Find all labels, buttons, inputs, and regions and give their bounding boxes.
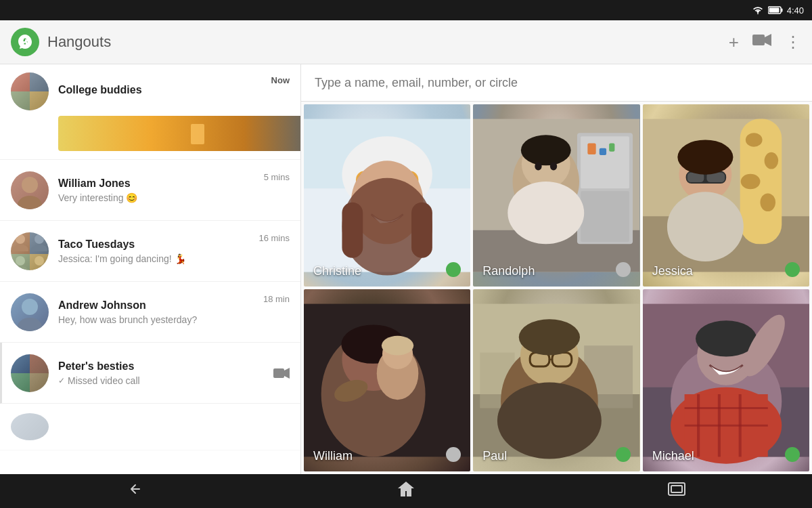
contact-card[interactable]: Paul (473, 289, 639, 471)
status-dot-offline (616, 262, 631, 277)
conversation-item[interactable]: William Jones Very interesting 😊 5 mins (0, 160, 300, 221)
toolbar-actions: + ⋮ (729, 32, 801, 53)
avatar-icon (11, 171, 49, 209)
taco-tuesdays-avatar (11, 232, 49, 270)
main-content: College buddies Now William Jones V (0, 64, 812, 474)
contacts-grid: Christine (301, 102, 812, 474)
svg-point-38 (521, 135, 571, 165)
nav-bar (0, 474, 812, 508)
svg-point-48 (760, 193, 775, 211)
andrew-johnson-avatar (11, 293, 49, 331)
search-input[interactable] (315, 76, 798, 90)
recents-button[interactable] (654, 476, 700, 506)
contact-name: Michael (652, 449, 694, 463)
contact-card[interactable]: Michael (643, 289, 809, 471)
svg-point-16 (18, 318, 42, 331)
college-top-row: College buddies Now (11, 72, 290, 110)
conversation-preview: Jessica: I'm going dancing! 💃 (58, 253, 253, 264)
svg-rect-32 (581, 191, 629, 242)
svg-point-12 (12, 266, 28, 270)
toolbar: Hangouts + ⋮ (0, 20, 812, 64)
conversation-item[interactable]: Peter's besties ✓ Missed video call (0, 343, 300, 404)
back-button[interactable] (112, 475, 158, 507)
contact-name: Christine (313, 264, 361, 278)
svg-point-7 (16, 234, 25, 244)
conversations-panel: College buddies Now William Jones V (0, 64, 301, 474)
svg-point-41 (508, 182, 585, 244)
svg-point-5 (22, 177, 38, 193)
svg-point-14 (31, 266, 47, 270)
conversation-item[interactable]: Andrew Johnson Hey, how was brunch yeste… (0, 282, 300, 343)
taco-tuesdays-info: Taco Tuesdays Jessica: I'm going dancing… (58, 238, 253, 264)
more-options-button[interactable]: ⋮ (785, 33, 801, 51)
college-buddies-avatar (11, 72, 49, 110)
conversation-name: Andrew Johnson (58, 299, 258, 312)
jessica-photo (643, 104, 809, 287)
svg-rect-17 (273, 368, 284, 378)
conversation-time: 18 min (263, 291, 290, 304)
conversation-name: William Jones (58, 177, 258, 190)
conversation-name: Peter's besties (58, 360, 268, 373)
conversation-item[interactable]: Taco Tuesdays Jessica: I'm going dancing… (0, 221, 300, 282)
add-button[interactable]: + (729, 32, 739, 53)
status-bar: 4:40 (0, 0, 812, 20)
svg-rect-27 (411, 203, 432, 258)
william-jones-info: William Jones Very interesting 😊 (58, 177, 258, 203)
contact-name: William (313, 449, 353, 463)
home-icon (397, 480, 415, 498)
svg-rect-35 (609, 144, 614, 152)
peters-besties-right (273, 367, 290, 379)
conversation-time: Now (271, 72, 290, 85)
svg-point-11 (16, 256, 25, 266)
battery-icon (768, 6, 783, 14)
contact-card[interactable]: Randolph (473, 104, 639, 287)
svg-rect-34 (600, 148, 606, 155)
college-buddies-info: College buddies (58, 84, 266, 99)
contact-card[interactable]: Christine (304, 104, 470, 287)
contact-card[interactable]: Jessica (643, 104, 809, 287)
status-time: 4:40 (787, 5, 804, 16)
contact-photo-jessica (643, 104, 809, 287)
college-buddies-banner (58, 116, 301, 151)
svg-point-6 (18, 196, 42, 209)
right-panel: Christine (301, 64, 812, 474)
christine-photo (304, 104, 470, 287)
svg-rect-26 (342, 203, 363, 258)
svg-point-61 (382, 336, 413, 356)
contact-name: Paul (482, 449, 507, 463)
hangouts-logo-icon (16, 33, 34, 51)
conversation-item[interactable]: College buddies Now (0, 64, 300, 160)
conversation-name: Taco Tuesdays (58, 238, 253, 251)
svg-rect-33 (588, 144, 596, 154)
conversation-preview: Hey, how was brunch yesterday? (58, 314, 258, 325)
paul-photo (473, 289, 639, 471)
svg-marker-18 (284, 368, 290, 379)
wifi-icon (752, 5, 764, 15)
back-icon (126, 481, 145, 497)
contact-card[interactable]: William (304, 289, 470, 471)
william-jones-avatar (11, 171, 49, 209)
contact-photo-christine (304, 104, 470, 287)
video-icon (752, 33, 771, 47)
svg-marker-4 (765, 34, 771, 46)
hangouts-logo (11, 28, 39, 56)
svg-point-73 (497, 383, 602, 459)
conversation-item[interactable] (0, 404, 300, 450)
svg-rect-1 (781, 9, 783, 12)
svg-point-53 (677, 140, 733, 174)
svg-point-45 (746, 133, 763, 147)
peters-besties-avatar (11, 354, 49, 392)
svg-point-47 (740, 174, 760, 190)
svg-rect-3 (752, 35, 765, 45)
search-bar[interactable] (301, 64, 812, 102)
svg-point-8 (12, 245, 28, 251)
conversation-preview: Very interesting 😊 (58, 192, 258, 203)
conversation-name: College buddies (58, 84, 266, 96)
home-button[interactable] (383, 475, 429, 507)
status-dot-online (785, 447, 800, 462)
svg-point-39 (535, 162, 542, 170)
andrew-johnson-info: Andrew Johnson Hey, how was brunch yeste… (58, 299, 258, 325)
conversation-preview: ✓ Missed video call (58, 375, 268, 386)
video-call-button[interactable] (752, 33, 771, 51)
svg-point-46 (764, 152, 778, 169)
